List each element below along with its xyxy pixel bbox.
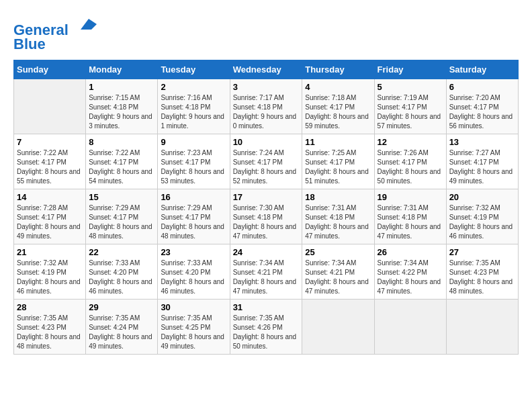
- day-info: Sunrise: 7:33 AM Sunset: 4:20 PM Dayligh…: [161, 259, 226, 296]
- week-row-2: 7 Sunrise: 7:22 AM Sunset: 4:17 PM Dayli…: [14, 134, 519, 189]
- day-number: 8: [89, 137, 154, 147]
- weekday-header-row: SundayMondayTuesdayWednesdayThursdayFrid…: [14, 60, 519, 79]
- day-number: 5: [378, 82, 443, 92]
- calendar-cell: [446, 300, 518, 355]
- day-number: 13: [449, 137, 515, 147]
- calendar-cell: 27 Sunrise: 7:35 AM Sunset: 4:23 PM Dayl…: [446, 244, 518, 300]
- weekday-header-wednesday: Wednesday: [230, 60, 302, 79]
- calendar-cell: 25 Sunrise: 7:34 AM Sunset: 4:21 PM Dayl…: [302, 244, 374, 300]
- day-number: 6: [449, 82, 515, 92]
- calendar-cell: 2 Sunrise: 7:16 AM Sunset: 4:18 PM Dayli…: [158, 79, 230, 134]
- day-number: 18: [305, 192, 371, 202]
- calendar-cell: 29 Sunrise: 7:35 AM Sunset: 4:24 PM Dayl…: [86, 300, 158, 355]
- calendar-cell: 14 Sunrise: 7:28 AM Sunset: 4:17 PM Dayl…: [14, 189, 86, 244]
- calendar-cell: 19 Sunrise: 7:31 AM Sunset: 4:18 PM Dayl…: [374, 189, 446, 244]
- calendar-cell: 6 Sunrise: 7:20 AM Sunset: 4:17 PM Dayli…: [446, 79, 518, 134]
- calendar-cell: 24 Sunrise: 7:34 AM Sunset: 4:21 PM Dayl…: [230, 244, 302, 300]
- day-info: Sunrise: 7:23 AM Sunset: 4:17 PM Dayligh…: [161, 148, 226, 186]
- calendar-cell: 23 Sunrise: 7:33 AM Sunset: 4:20 PM Dayl…: [158, 244, 230, 300]
- calendar-cell: [14, 79, 86, 134]
- weekday-header-friday: Friday: [374, 60, 446, 79]
- day-number: 10: [233, 137, 300, 147]
- calendar-cell: [374, 300, 446, 355]
- calendar-cell: 31 Sunrise: 7:35 AM Sunset: 4:26 PM Dayl…: [230, 300, 302, 355]
- day-number: 3: [233, 82, 300, 92]
- day-info: Sunrise: 7:17 AM Sunset: 4:18 PM Dayligh…: [233, 93, 300, 131]
- week-row-3: 14 Sunrise: 7:28 AM Sunset: 4:17 PM Dayl…: [14, 189, 519, 244]
- calendar-cell: 10 Sunrise: 7:24 AM Sunset: 4:17 PM Dayl…: [230, 134, 302, 189]
- day-number: 21: [17, 247, 83, 257]
- day-number: 25: [305, 247, 371, 257]
- day-number: 20: [449, 192, 515, 202]
- day-number: 7: [17, 137, 83, 147]
- day-info: Sunrise: 7:35 AM Sunset: 4:26 PM Dayligh…: [233, 314, 300, 351]
- day-number: 26: [378, 247, 443, 257]
- day-number: 14: [17, 192, 83, 202]
- day-number: 11: [305, 137, 371, 147]
- day-number: 17: [233, 192, 300, 202]
- calendar-cell: 18 Sunrise: 7:31 AM Sunset: 4:18 PM Dayl…: [302, 189, 374, 244]
- logo-icon: [75, 13, 97, 35]
- day-info: Sunrise: 7:32 AM Sunset: 4:19 PM Dayligh…: [17, 259, 83, 296]
- day-info: Sunrise: 7:18 AM Sunset: 4:17 PM Dayligh…: [305, 93, 371, 131]
- calendar-cell: 1 Sunrise: 7:15 AM Sunset: 4:18 PM Dayli…: [86, 79, 158, 134]
- day-info: Sunrise: 7:19 AM Sunset: 4:17 PM Dayligh…: [378, 93, 443, 131]
- calendar-cell: 13 Sunrise: 7:27 AM Sunset: 4:17 PM Dayl…: [446, 134, 518, 189]
- calendar-cell: 16 Sunrise: 7:29 AM Sunset: 4:17 PM Dayl…: [158, 189, 230, 244]
- calendar-cell: 15 Sunrise: 7:29 AM Sunset: 4:17 PM Dayl…: [86, 189, 158, 244]
- day-info: Sunrise: 7:31 AM Sunset: 4:18 PM Dayligh…: [305, 203, 371, 241]
- svg-marker-0: [81, 19, 97, 30]
- calendar-cell: 11 Sunrise: 7:25 AM Sunset: 4:17 PM Dayl…: [302, 134, 374, 189]
- day-number: 30: [161, 302, 226, 312]
- day-info: Sunrise: 7:29 AM Sunset: 4:17 PM Dayligh…: [161, 203, 226, 241]
- day-number: 31: [233, 302, 300, 312]
- day-info: Sunrise: 7:34 AM Sunset: 4:22 PM Dayligh…: [378, 259, 443, 296]
- day-info: Sunrise: 7:35 AM Sunset: 4:23 PM Dayligh…: [449, 259, 515, 296]
- calendar-cell: [302, 300, 374, 355]
- day-info: Sunrise: 7:16 AM Sunset: 4:18 PM Dayligh…: [161, 93, 226, 131]
- day-info: Sunrise: 7:25 AM Sunset: 4:17 PM Dayligh…: [305, 148, 371, 186]
- calendar-cell: 20 Sunrise: 7:32 AM Sunset: 4:19 PM Dayl…: [446, 189, 518, 244]
- weekday-header-tuesday: Tuesday: [158, 60, 230, 79]
- calendar-table: SundayMondayTuesdayWednesdayThursdayFrid…: [13, 60, 519, 355]
- day-number: 2: [161, 82, 226, 92]
- day-number: 24: [233, 247, 300, 257]
- day-number: 16: [161, 192, 226, 202]
- day-number: 28: [17, 302, 83, 312]
- day-number: 27: [449, 247, 515, 257]
- calendar-cell: 26 Sunrise: 7:34 AM Sunset: 4:22 PM Dayl…: [374, 244, 446, 300]
- calendar-cell: 17 Sunrise: 7:30 AM Sunset: 4:18 PM Dayl…: [230, 189, 302, 244]
- calendar-cell: 7 Sunrise: 7:22 AM Sunset: 4:17 PM Dayli…: [14, 134, 86, 189]
- day-info: Sunrise: 7:35 AM Sunset: 4:25 PM Dayligh…: [161, 314, 226, 351]
- calendar-cell: 3 Sunrise: 7:17 AM Sunset: 4:18 PM Dayli…: [230, 79, 302, 134]
- calendar-cell: 4 Sunrise: 7:18 AM Sunset: 4:17 PM Dayli…: [302, 79, 374, 134]
- day-info: Sunrise: 7:22 AM Sunset: 4:17 PM Dayligh…: [89, 148, 154, 186]
- page-header: General Blue: [13, 13, 519, 53]
- day-number: 23: [161, 247, 226, 257]
- calendar-cell: 30 Sunrise: 7:35 AM Sunset: 4:25 PM Dayl…: [158, 300, 230, 355]
- day-info: Sunrise: 7:29 AM Sunset: 4:17 PM Dayligh…: [89, 203, 154, 241]
- day-number: 29: [89, 302, 154, 312]
- day-info: Sunrise: 7:35 AM Sunset: 4:23 PM Dayligh…: [17, 314, 83, 351]
- logo-text: General: [13, 13, 97, 38]
- calendar-cell: 5 Sunrise: 7:19 AM Sunset: 4:17 PM Dayli…: [374, 79, 446, 134]
- day-number: 15: [89, 192, 154, 202]
- week-row-5: 28 Sunrise: 7:35 AM Sunset: 4:23 PM Dayl…: [14, 300, 519, 355]
- day-info: Sunrise: 7:28 AM Sunset: 4:17 PM Dayligh…: [17, 203, 83, 241]
- day-info: Sunrise: 7:30 AM Sunset: 4:18 PM Dayligh…: [233, 203, 300, 241]
- calendar-cell: 8 Sunrise: 7:22 AM Sunset: 4:17 PM Dayli…: [86, 134, 158, 189]
- weekday-header-sunday: Sunday: [14, 60, 86, 79]
- day-info: Sunrise: 7:33 AM Sunset: 4:20 PM Dayligh…: [89, 259, 154, 296]
- day-number: 9: [161, 137, 226, 147]
- calendar-cell: 12 Sunrise: 7:26 AM Sunset: 4:17 PM Dayl…: [374, 134, 446, 189]
- day-info: Sunrise: 7:15 AM Sunset: 4:18 PM Dayligh…: [89, 93, 154, 131]
- day-info: Sunrise: 7:31 AM Sunset: 4:18 PM Dayligh…: [378, 203, 443, 241]
- day-info: Sunrise: 7:35 AM Sunset: 4:24 PM Dayligh…: [89, 314, 154, 351]
- day-number: 12: [378, 137, 443, 147]
- day-info: Sunrise: 7:20 AM Sunset: 4:17 PM Dayligh…: [449, 93, 515, 131]
- weekday-header-saturday: Saturday: [446, 60, 518, 79]
- day-number: 1: [89, 82, 154, 92]
- weekday-header-monday: Monday: [86, 60, 158, 79]
- calendar-cell: 28 Sunrise: 7:35 AM Sunset: 4:23 PM Dayl…: [14, 300, 86, 355]
- day-info: Sunrise: 7:34 AM Sunset: 4:21 PM Dayligh…: [305, 259, 371, 296]
